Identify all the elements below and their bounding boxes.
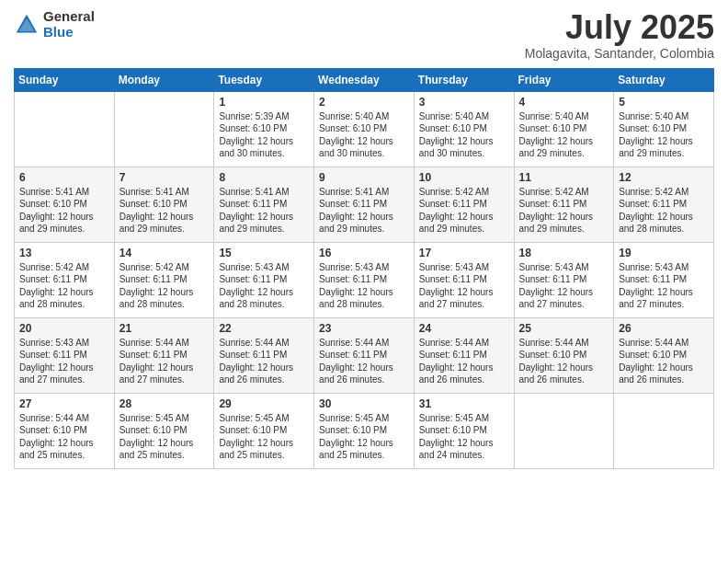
day-info: Sunrise: 5:40 AMSunset: 6:10 PMDaylight:…: [619, 110, 709, 160]
day-info: Sunrise: 5:40 AMSunset: 6:10 PMDaylight:…: [519, 110, 609, 160]
day-cell: 12Sunrise: 5:42 AMSunset: 6:11 PMDayligh…: [614, 167, 714, 242]
day-info: Sunrise: 5:40 AMSunset: 6:10 PMDaylight:…: [419, 110, 509, 160]
header-thursday: Thursday: [414, 68, 514, 91]
day-number: 27: [19, 397, 109, 410]
title-block: July 2025 Molagavita, Santander, Colombi…: [525, 9, 714, 61]
day-number: 16: [319, 247, 409, 259]
day-info: Sunrise: 5:41 AMSunset: 6:10 PMDaylight:…: [119, 186, 210, 236]
day-info: Sunrise: 5:44 AMSunset: 6:11 PMDaylight:…: [319, 337, 409, 386]
day-number: 21: [119, 322, 210, 335]
day-cell: 31Sunrise: 5:45 AMSunset: 6:10 PMDayligh…: [414, 393, 514, 468]
day-number: 17: [419, 247, 509, 259]
header-friday: Friday: [514, 68, 614, 91]
day-info: Sunrise: 5:45 AMSunset: 6:10 PMDaylight:…: [419, 412, 509, 462]
day-info: Sunrise: 5:44 AMSunset: 6:11 PMDaylight:…: [419, 337, 509, 386]
logo-blue: Blue: [43, 24, 74, 40]
day-number: 13: [19, 247, 109, 259]
location: Molagavita, Santander, Colombia: [525, 46, 714, 61]
day-cell: 9Sunrise: 5:41 AMSunset: 6:11 PMDaylight…: [314, 167, 415, 242]
day-cell: 30Sunrise: 5:45 AMSunset: 6:10 PMDayligh…: [314, 393, 415, 468]
day-number: 31: [419, 397, 509, 410]
day-info: Sunrise: 5:44 AMSunset: 6:11 PMDaylight:…: [119, 337, 210, 386]
day-number: 9: [319, 171, 409, 184]
day-number: 20: [19, 322, 109, 335]
day-info: Sunrise: 5:42 AMSunset: 6:11 PMDaylight:…: [519, 186, 609, 236]
week-row-3: 13Sunrise: 5:42 AMSunset: 6:11 PMDayligh…: [15, 242, 714, 317]
day-number: 12: [619, 171, 709, 184]
day-number: 4: [519, 96, 609, 109]
day-number: 10: [419, 171, 509, 184]
logo-icon: [14, 12, 40, 38]
day-cell: [114, 91, 214, 167]
header-sunday: Sunday: [15, 68, 115, 91]
day-cell: 18Sunrise: 5:43 AMSunset: 6:11 PMDayligh…: [514, 242, 614, 317]
day-number: 3: [419, 96, 509, 109]
day-cell: 13Sunrise: 5:42 AMSunset: 6:11 PMDayligh…: [15, 242, 115, 317]
day-cell: 25Sunrise: 5:44 AMSunset: 6:10 PMDayligh…: [514, 317, 614, 393]
day-info: Sunrise: 5:44 AMSunset: 6:11 PMDaylight:…: [219, 337, 309, 386]
day-info: Sunrise: 5:43 AMSunset: 6:11 PMDaylight:…: [319, 261, 409, 311]
day-info: Sunrise: 5:44 AMSunset: 6:10 PMDaylight:…: [519, 337, 609, 386]
day-info: Sunrise: 5:43 AMSunset: 6:11 PMDaylight:…: [419, 261, 509, 311]
day-info: Sunrise: 5:39 AMSunset: 6:10 PMDaylight:…: [219, 110, 309, 160]
week-row-1: 1Sunrise: 5:39 AMSunset: 6:10 PMDaylight…: [15, 91, 714, 167]
day-info: Sunrise: 5:40 AMSunset: 6:10 PMDaylight:…: [319, 110, 409, 160]
day-cell: 23Sunrise: 5:44 AMSunset: 6:11 PMDayligh…: [314, 317, 415, 393]
page: General Blue July 2025 Molagavita, Santa…: [0, 0, 728, 563]
day-number: 14: [119, 247, 210, 259]
day-number: 22: [219, 322, 309, 335]
day-cell: 19Sunrise: 5:43 AMSunset: 6:11 PMDayligh…: [614, 242, 714, 317]
week-row-4: 20Sunrise: 5:43 AMSunset: 6:11 PMDayligh…: [15, 317, 714, 393]
day-cell: 6Sunrise: 5:41 AMSunset: 6:10 PMDaylight…: [15, 167, 115, 242]
day-number: 11: [519, 171, 609, 184]
day-cell: 15Sunrise: 5:43 AMSunset: 6:11 PMDayligh…: [214, 242, 314, 317]
day-number: 8: [219, 171, 309, 184]
day-number: 15: [219, 247, 309, 259]
day-info: Sunrise: 5:42 AMSunset: 6:11 PMDaylight:…: [19, 261, 109, 311]
day-cell: 5Sunrise: 5:40 AMSunset: 6:10 PMDaylight…: [614, 91, 714, 167]
day-info: Sunrise: 5:42 AMSunset: 6:11 PMDaylight:…: [619, 186, 709, 236]
day-info: Sunrise: 5:42 AMSunset: 6:11 PMDaylight:…: [119, 261, 210, 311]
calendar-header-row: SundayMondayTuesdayWednesdayThursdayFrid…: [15, 68, 714, 91]
day-info: Sunrise: 5:43 AMSunset: 6:11 PMDaylight:…: [619, 261, 709, 311]
day-number: 6: [19, 171, 109, 184]
day-cell: 21Sunrise: 5:44 AMSunset: 6:11 PMDayligh…: [114, 317, 214, 393]
day-number: 19: [619, 247, 709, 259]
logo-general: General: [43, 8, 95, 24]
day-cell: 17Sunrise: 5:43 AMSunset: 6:11 PMDayligh…: [414, 242, 514, 317]
month-title: July 2025: [525, 9, 714, 46]
day-number: 30: [319, 397, 409, 410]
day-cell: 28Sunrise: 5:45 AMSunset: 6:10 PMDayligh…: [114, 393, 214, 468]
day-cell: 14Sunrise: 5:42 AMSunset: 6:11 PMDayligh…: [114, 242, 214, 317]
day-number: 7: [119, 171, 210, 184]
day-number: 26: [619, 322, 709, 335]
day-number: 5: [619, 96, 709, 109]
day-cell: [514, 393, 614, 468]
day-info: Sunrise: 5:45 AMSunset: 6:10 PMDaylight:…: [219, 412, 309, 462]
header-wednesday: Wednesday: [314, 68, 415, 91]
day-cell: 22Sunrise: 5:44 AMSunset: 6:11 PMDayligh…: [214, 317, 314, 393]
header-tuesday: Tuesday: [214, 68, 314, 91]
day-info: Sunrise: 5:43 AMSunset: 6:11 PMDaylight:…: [219, 261, 309, 311]
logo: General Blue: [14, 9, 95, 40]
day-cell: 7Sunrise: 5:41 AMSunset: 6:10 PMDaylight…: [114, 167, 214, 242]
day-info: Sunrise: 5:45 AMSunset: 6:10 PMDaylight:…: [319, 412, 409, 462]
day-cell: 16Sunrise: 5:43 AMSunset: 6:11 PMDayligh…: [314, 242, 415, 317]
header-saturday: Saturday: [614, 68, 714, 91]
week-row-5: 27Sunrise: 5:44 AMSunset: 6:10 PMDayligh…: [15, 393, 714, 468]
day-cell: 10Sunrise: 5:42 AMSunset: 6:11 PMDayligh…: [414, 167, 514, 242]
day-cell: 24Sunrise: 5:44 AMSunset: 6:11 PMDayligh…: [414, 317, 514, 393]
day-number: 18: [519, 247, 609, 259]
day-info: Sunrise: 5:41 AMSunset: 6:11 PMDaylight:…: [319, 186, 409, 236]
logo-text: General Blue: [43, 9, 95, 40]
day-info: Sunrise: 5:41 AMSunset: 6:10 PMDaylight:…: [19, 186, 109, 236]
day-cell: 2Sunrise: 5:40 AMSunset: 6:10 PMDaylight…: [314, 91, 415, 167]
day-cell: 29Sunrise: 5:45 AMSunset: 6:10 PMDayligh…: [214, 393, 314, 468]
day-info: Sunrise: 5:41 AMSunset: 6:11 PMDaylight:…: [219, 186, 309, 236]
day-info: Sunrise: 5:44 AMSunset: 6:10 PMDaylight:…: [19, 412, 109, 462]
day-number: 23: [319, 322, 409, 335]
day-number: 25: [519, 322, 609, 335]
day-info: Sunrise: 5:43 AMSunset: 6:11 PMDaylight:…: [519, 261, 609, 311]
day-number: 29: [219, 397, 309, 410]
day-number: 28: [119, 397, 210, 410]
